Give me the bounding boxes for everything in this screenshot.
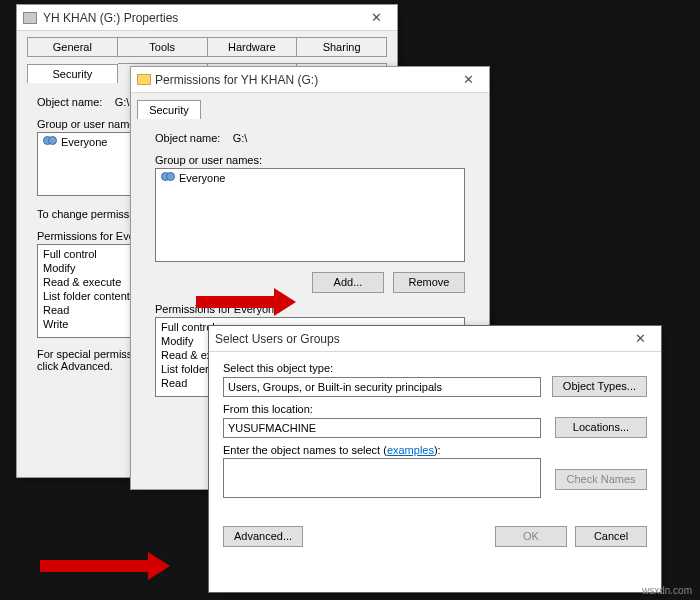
add-button[interactable]: Add... [312,272,384,293]
check-names-button[interactable]: Check Names [555,469,647,490]
object-type-label: Select this object type: [223,362,647,374]
properties-titlebar[interactable]: YH KHAN (G:) Properties ✕ [17,5,397,31]
cancel-button[interactable]: Cancel [575,526,647,547]
object-name-label: Object name: [37,96,102,108]
watermark: wsxdn.com [642,585,692,596]
tab-sharing[interactable]: Sharing [297,37,387,57]
arrow-icon [40,560,150,572]
object-name-value: G:\ [115,96,130,108]
close-icon[interactable]: ✕ [625,331,655,346]
drive-icon [23,12,37,24]
list-item-label: Everyone [61,136,107,148]
close-icon[interactable]: ✕ [453,72,483,87]
tab-security[interactable]: Security [137,100,201,119]
location-field [223,418,541,438]
object-name-label: Object name: [155,132,220,144]
location-label: From this location: [223,403,647,415]
object-type-field [223,377,541,397]
remove-button[interactable]: Remove [393,272,465,293]
examples-link[interactable]: examples [387,444,434,456]
tab-hardware[interactable]: Hardware [208,37,298,57]
permissions-title: Permissions for YH KHAN (G:) [155,73,453,87]
object-names-label: Enter the object names to select (exampl… [223,444,647,456]
close-icon[interactable]: ✕ [361,10,391,25]
select-users-titlebar[interactable]: Select Users or Groups ✕ [209,326,661,352]
properties-tabs-row1: General Tools Hardware Sharing [17,31,397,57]
select-users-body: Select this object type: Object Types...… [209,352,661,518]
select-users-footer: Advanced... OK Cancel [209,518,661,559]
tab-general[interactable]: General [27,37,118,57]
advanced-button[interactable]: Advanced... [223,526,303,547]
permissions-tabs: Security [131,93,489,118]
tab-security[interactable]: Security [27,64,118,83]
select-users-dialog: Select Users or Groups ✕ Select this obj… [208,325,662,593]
permissions-titlebar[interactable]: Permissions for YH KHAN (G:) ✕ [131,67,489,93]
object-names-input[interactable] [223,458,541,498]
group-icon [43,136,57,148]
groups-listbox[interactable]: Everyone [155,168,465,262]
locations-button[interactable]: Locations... [555,417,647,438]
groups-label: Group or user names: [155,154,465,166]
group-icon [161,172,175,184]
arrow-icon [196,296,276,308]
list-item-label: Everyone [179,172,225,184]
properties-title: YH KHAN (G:) Properties [43,11,361,25]
select-users-title: Select Users or Groups [215,332,625,346]
object-types-button[interactable]: Object Types... [552,376,647,397]
object-name-value: G:\ [233,132,248,144]
folder-icon [137,74,151,85]
list-item[interactable]: Everyone [158,171,462,185]
ok-button[interactable]: OK [495,526,567,547]
tab-tools[interactable]: Tools [118,37,208,57]
